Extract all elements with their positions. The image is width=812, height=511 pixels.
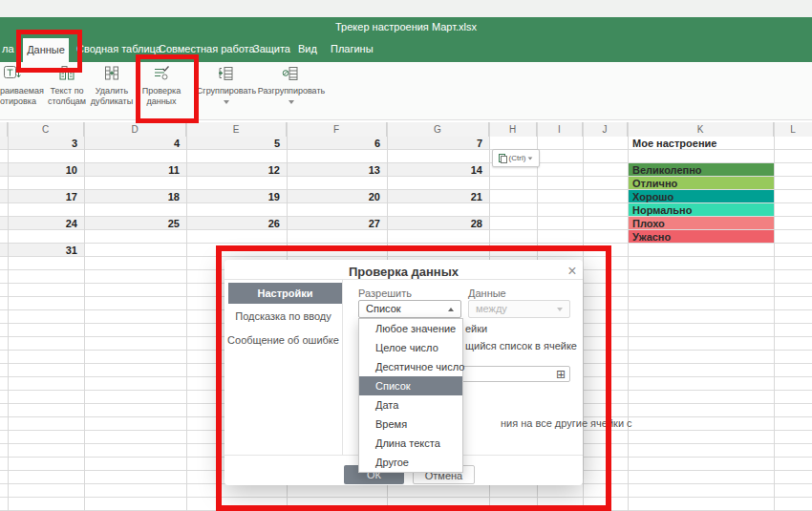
cell-c-day[interactable]: 3	[8, 137, 84, 150]
cell-d-day[interactable]: 4	[84, 137, 186, 150]
tab-protection[interactable]: Защита	[253, 43, 290, 54]
gridline	[8, 122, 9, 511]
cell-e-day[interactable]: 12	[186, 163, 287, 177]
cell-g-day[interactable]: 14	[387, 163, 489, 177]
tab-formula-partial[interactable]: ла	[2, 43, 14, 54]
data-select: между	[468, 300, 570, 318]
gridline	[583, 122, 584, 511]
group-dropdown-caret	[224, 100, 229, 104]
column-header-d[interactable]: D	[84, 122, 186, 137]
mood-cell[interactable]: Отлично	[628, 177, 774, 190]
column-header-stub	[0, 122, 8, 137]
clipboard-icon	[499, 153, 507, 163]
mood-cell[interactable]: Нормально	[628, 203, 774, 217]
dropdown-option-decimal[interactable]: Десятичное число	[359, 357, 462, 376]
checkbox-text-fragment: ейки	[465, 323, 487, 334]
chevron-down-icon	[557, 308, 563, 311]
group-button[interactable]: Сгруппировать	[194, 64, 259, 117]
window-title: Трекер настроения Март.xlsx	[0, 21, 812, 32]
mood-header-cell[interactable]: Мое настроение	[628, 137, 774, 150]
tab-collaboration[interactable]: Совместная работа	[159, 43, 255, 54]
column-header-i[interactable]: I	[537, 122, 583, 137]
data-validation-button[interactable]: Проверка данных	[134, 64, 189, 117]
tab-data[interactable]: Данные	[23, 38, 69, 62]
cell-e-day[interactable]: 26	[186, 217, 287, 230]
dropdown-option-other[interactable]: Другое	[359, 453, 462, 472]
mood-cell[interactable]: Ужасно	[628, 230, 774, 244]
dialog-close-icon[interactable]: ×	[565, 264, 580, 279]
chevron-up-icon	[448, 308, 454, 311]
dropdown-option-date[interactable]: Дата	[359, 395, 462, 415]
dropdown-option-whole-number[interactable]: Целое число	[359, 338, 462, 357]
data-label: Данные	[468, 287, 506, 299]
cell-g-day[interactable]: 7	[387, 137, 489, 150]
cell-f-day[interactable]: 20	[287, 190, 387, 203]
allow-select[interactable]: Список	[358, 300, 461, 318]
gridline	[628, 122, 629, 511]
paste-options-button[interactable]: (Ctrl)	[492, 149, 540, 167]
dialog-tab-input-message[interactable]: Подсказка по вводу	[224, 310, 342, 322]
cell-c-day[interactable]: 31	[8, 244, 84, 257]
column-header-k[interactable]: K	[628, 122, 774, 137]
data-validation-icon	[152, 64, 171, 83]
dialog-tab-error-alert[interactable]: Сообщение об ошибке	[224, 334, 342, 346]
gridline	[84, 122, 85, 511]
cell-d-day[interactable]: 18	[84, 190, 186, 203]
remove-duplicates-button[interactable]: Удалить дубликаты	[84, 64, 139, 117]
cell-c-day[interactable]: 17	[8, 190, 84, 203]
dropdown-option-text-length[interactable]: Длина текста	[359, 434, 462, 453]
custom-sort-icon	[3, 64, 22, 83]
checkbox-text-fragment: щийся список в ячейке	[465, 340, 577, 351]
cell-g-day[interactable]: 21	[387, 190, 489, 203]
cell-f-day[interactable]: 13	[287, 163, 387, 177]
allow-dropdown-list: Любое значение Целое число Десятичное чи…	[358, 318, 463, 473]
cell-c-day[interactable]: 24	[8, 217, 84, 230]
dialog-title-divider	[224, 279, 583, 280]
cell-e-day[interactable]: 5	[186, 137, 287, 150]
tab-plugins[interactable]: Плагины	[331, 43, 374, 54]
dropdown-option-list[interactable]: Список	[359, 376, 462, 395]
mood-cell[interactable]: Великолепно	[628, 163, 774, 177]
mood-cell[interactable]: Хорошо	[628, 190, 774, 203]
remove-duplicates-icon	[102, 64, 121, 83]
allow-label: Разрешить	[358, 287, 412, 299]
cell-e-day[interactable]: 19	[186, 190, 287, 203]
gridline	[774, 122, 775, 511]
dialog-title: Проверка данных	[224, 265, 583, 279]
column-header-g[interactable]: G	[387, 122, 489, 137]
column-header-f[interactable]: F	[287, 122, 387, 137]
tab-pivot-table[interactable]: Сводная таблица	[76, 43, 161, 54]
spreadsheet-app-window: Трекер настроения Март.xlsx ла Данные Св…	[0, 0, 812, 511]
group-icon	[217, 64, 236, 83]
cell-g-day[interactable]: 28	[387, 217, 489, 230]
tab-view[interactable]: Вид	[298, 43, 317, 54]
column-header-j[interactable]: J	[583, 122, 628, 137]
column-header-l[interactable]: L	[774, 122, 812, 137]
ungroup-button[interactable]: Разгруппировать	[256, 64, 327, 117]
cell-f-day[interactable]: 6	[287, 137, 387, 150]
cell-d-day[interactable]: 25	[84, 217, 186, 230]
dialog-tab-settings[interactable]: Настройки	[228, 283, 342, 304]
dropdown-option-any[interactable]: Любое значение	[359, 319, 462, 338]
apply-text-fragment: ния на все другие ячейки с	[501, 417, 632, 429]
column-header-h[interactable]: H	[489, 122, 537, 137]
cell-d-day[interactable]: 11	[84, 163, 186, 177]
ungroup-dropdown-caret	[288, 100, 294, 104]
cell-f-day[interactable]: 27	[287, 217, 387, 230]
select-range-icon[interactable]: ⊞	[556, 368, 566, 381]
column-header-e[interactable]: E	[186, 122, 287, 137]
mood-cell[interactable]: Плохо	[628, 217, 774, 230]
column-header-c[interactable]: C	[8, 122, 84, 137]
dialog-sidebar-divider	[342, 279, 343, 455]
top-strip	[0, 0, 812, 17]
cell-c-day[interactable]: 10	[8, 163, 84, 177]
dropdown-option-time[interactable]: Время	[359, 415, 462, 434]
paste-options-caret	[528, 157, 533, 160]
ungroup-icon	[282, 64, 301, 83]
gridline	[186, 122, 187, 511]
text-to-columns-icon	[57, 64, 76, 83]
